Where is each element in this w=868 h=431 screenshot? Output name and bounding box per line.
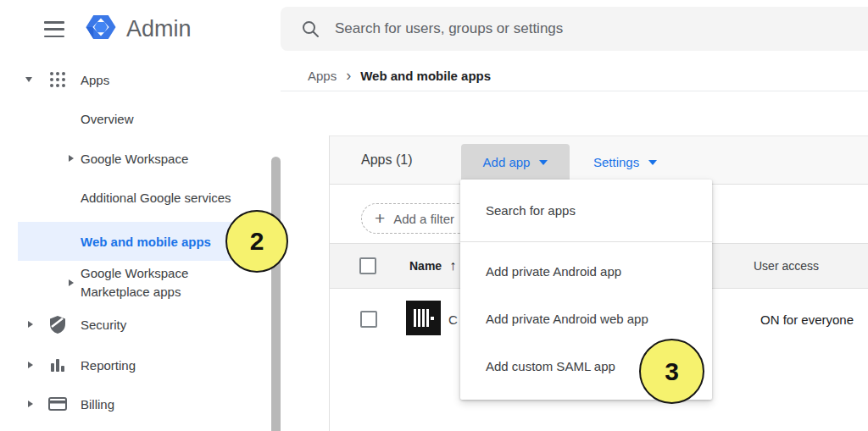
bar-chart-icon [48,356,67,374]
sidebar-item-google-workspace[interactable]: Google Workspace [0,143,281,174]
google-admin-console: Admin Apps Overview Google Workspace Add… [0,0,868,431]
apps-toolbar: Apps (1) Add app Settings [330,135,868,185]
shield-icon [48,315,67,334]
settings-button[interactable]: Settings [581,144,669,180]
search-bar [281,7,868,51]
sidebar-item-reporting[interactable]: Reporting [0,350,281,380]
expand-arrow-icon[interactable] [69,279,74,286]
credit-card-icon [48,395,67,413]
app-name: C [448,312,458,327]
menu-button[interactable] [44,21,64,37]
step-3-annotation: 3 [639,339,704,404]
divider [281,91,868,91]
sidebar-item-apps[interactable]: Apps [0,64,281,95]
chevron-down-icon [648,160,657,165]
breadcrumb-parent-link[interactable]: Apps [308,69,337,83]
sidebar-item-label: Additional Google services [81,191,231,205]
collapse-arrow-icon[interactable] [25,77,32,82]
brand-name: Admin [126,16,192,42]
add-app-button-label: Add app [483,155,531,169]
menu-item-search-for-apps[interactable]: Search for apps [460,180,712,241]
name-column-header[interactable]: Name ↑ [409,258,456,274]
sidebar-item-label: Apps [81,73,109,87]
sidebar-item-additional-google-services[interactable]: Additional Google services [0,182,281,213]
sidebar-item-label: Google Workspace [81,152,188,166]
admin-home-link[interactable]: Admin [83,9,192,48]
apps-grid-icon [48,70,67,89]
expand-arrow-icon[interactable] [28,362,33,368]
expand-arrow-icon[interactable] [69,155,74,162]
settings-button-label: Settings [593,155,639,169]
search-icon [301,19,320,38]
chevron-right-icon: › [346,69,351,81]
breadcrumb-current: Web and mobile apps [360,69,491,83]
plus-icon: + [375,210,385,227]
app-logo-icon [406,301,441,335]
search-input[interactable] [335,20,868,37]
apps-count: Apps (1) [361,152,412,168]
sidebar-item-security[interactable]: Security [0,309,281,340]
menu-item-add-private-android-web-app[interactable]: Add private Android web app [460,295,712,342]
menu-item-add-private-android-app[interactable]: Add private Android app [460,247,712,295]
user-access-value: ON for everyone [760,312,854,327]
chevron-down-icon [539,160,548,165]
sidebar-item-label: Google Workspace Marketplace apps [81,264,242,301]
select-all-checkbox[interactable] [359,257,376,274]
add-filter-label: Add a filter [393,212,454,226]
sidebar-item-marketplace-apps[interactable]: Google Workspace Marketplace apps [0,263,281,302]
sidebar-item-overview[interactable]: Overview [0,103,281,134]
sidebar-item-billing[interactable]: Billing [0,389,281,419]
user-access-column-header[interactable]: User access [754,259,819,273]
expand-arrow-icon[interactable] [28,401,33,407]
add-app-button[interactable]: Add app [461,144,570,180]
sidebar-item-label: Web and mobile apps [81,235,211,249]
row-checkbox[interactable] [360,311,377,328]
sidebar-item-label: Reporting [81,358,136,373]
sidebar-item-label: Security [81,318,126,332]
sidebar-item-label: Billing [81,397,114,412]
admin-logo-icon [83,9,119,48]
expand-arrow-icon[interactable] [28,321,33,328]
breadcrumb: Apps › Web and mobile apps [308,67,491,84]
step-2-annotation: 2 [225,210,288,273]
sort-ascending-icon: ↑ [449,258,456,274]
sidebar-scrollbar[interactable] [271,157,281,431]
sidebar-item-label: Overview [81,112,134,126]
